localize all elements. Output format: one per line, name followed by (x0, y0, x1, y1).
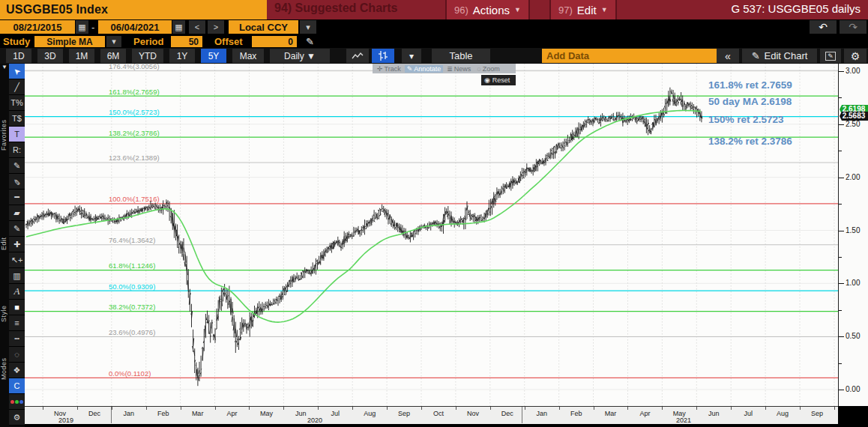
trash-icon[interactable]: ▥ (9, 268, 25, 284)
date-from-input[interactable]: 08/21/2015 (0, 20, 75, 34)
date-to-input[interactable]: 06/04/2021 (98, 20, 172, 34)
sidebar-section-edit: Edit (0, 221, 9, 266)
month-label: Mar (192, 410, 204, 417)
news-icon: ≣ (447, 65, 453, 73)
y-tick-label: 2.00 (846, 173, 860, 181)
range-tab-5y[interactable]: 5Y (201, 49, 226, 63)
news-tool[interactable]: ≣News (444, 65, 473, 73)
chart-type-dropdown-icon[interactable]: ▾ (402, 49, 421, 63)
month-tick (800, 407, 801, 410)
suggested-charts-menu[interactable]: 94) Suggested Charts (274, 1, 397, 15)
study-select[interactable]: Simple MA (34, 36, 105, 47)
range-tab-max[interactable]: Max (232, 49, 264, 63)
text-tool-icon[interactable]: T (9, 127, 25, 142)
study-dropdown-icon[interactable]: ▾ (106, 36, 121, 47)
retracement-annotation: 138.2% ret 2.3786 (708, 136, 792, 147)
draw-pencil-icon[interactable]: ✎ (9, 158, 25, 174)
text-percent-icon[interactable]: T% (9, 95, 25, 111)
month-tick (146, 407, 147, 410)
range-tab-1m[interactable]: 1M (69, 49, 94, 63)
reset-zoom-button[interactable]: ◉ Reset (481, 75, 516, 85)
month-tick (456, 407, 456, 410)
pointer-icon[interactable]: ➤ (9, 64, 25, 79)
range-tab-3d[interactable]: 3D (37, 49, 63, 63)
range-tab-6m[interactable]: 6M (100, 49, 126, 63)
range-tab-1y[interactable]: 1Y (169, 49, 195, 63)
table-button[interactable]: Table (432, 49, 490, 63)
next-period-button[interactable]: > (208, 20, 224, 34)
settings-gear-icon[interactable]: ⚙ (844, 49, 867, 63)
month-tick (387, 407, 388, 410)
note-edit-icon[interactable]: ✎ (820, 49, 841, 63)
settings-gear-icon[interactable]: ⚙ (9, 410, 25, 426)
collapse-toolbar-button[interactable]: « (717, 49, 739, 63)
date-row: 08/21/2015 ▦ - 06/04/2021 ▦ < > Local CC… (0, 19, 868, 35)
ellipse-icon[interactable]: ◌ (9, 347, 25, 363)
y-tick (839, 283, 844, 284)
sidebar-section-favorites: Favorites (0, 88, 9, 182)
fib-label: 100.0%(1.7516) (109, 195, 160, 203)
frequency-select[interactable]: Daily ▼ (270, 49, 330, 63)
currency-dropdown-icon[interactable]: ▾ (300, 20, 316, 34)
edit-menu[interactable]: 97) Edit ▼ (549, 0, 617, 19)
add-data-input[interactable]: Add Data (542, 49, 719, 63)
line-width-icon[interactable]: ≡ (9, 315, 25, 331)
annotate-tool[interactable]: ✎Annotate (405, 65, 444, 73)
ohlc-chart-icon[interactable] (372, 49, 394, 63)
zoom-tool[interactable]: ◌Zoom (474, 65, 501, 73)
edit-label: Edit (577, 4, 597, 16)
menu-bar: 94) Suggested Charts 96) Actions ▼ 97) E… (267, 0, 868, 19)
year-separator (111, 407, 112, 423)
month-tick (627, 407, 628, 410)
pencil-icon: ✎ (752, 50, 760, 61)
chart-hover-toolbar: ✛Track✎Annotate≣News◌Zoom (373, 64, 516, 73)
calendar-icon[interactable]: ▦ (76, 20, 88, 34)
month-tick (283, 407, 284, 410)
pattern-icon[interactable]: ❖ (9, 363, 25, 378)
range-tab-ytd[interactable]: YTD (132, 49, 163, 63)
regression-icon[interactable]: R: (9, 142, 25, 158)
dash-style-icon[interactable]: ┅ (9, 331, 25, 347)
edit-shortcut: 97) (558, 4, 573, 16)
draw-marker-icon[interactable]: ✎ (9, 174, 25, 190)
select-add-icon[interactable]: ↖+ (9, 252, 25, 268)
chart-plot-area[interactable]: 176.4%(3.0056)161.8%(2.7659)150.0%(2.572… (25, 64, 838, 406)
month-label: Jul (744, 410, 753, 417)
currency-select[interactable]: Local CCY (229, 20, 298, 34)
offset-input[interactable]: 0 (252, 36, 297, 47)
trendline-icon[interactable]: ╱ (9, 79, 25, 95)
y-tick (839, 390, 844, 390)
y-axis: 3.002.502.001.501.000.500.002.61982.5683 (838, 64, 868, 406)
x-axis: NovDecJanFebMarAprMayJunJulAugSepOctNovD… (25, 406, 838, 425)
track-tool[interactable]: ✛Track (375, 65, 403, 73)
fib-label: 23.6%(0.4976) (109, 328, 155, 336)
fill-square-icon[interactable]: ■ (9, 300, 25, 315)
horizontal-line-icon[interactable]: ━ (9, 190, 25, 205)
undo-icon[interactable]: ↶ (810, 20, 837, 34)
line-chart-icon[interactable] (346, 49, 369, 63)
sidebar-collapse-icon[interactable]: ▼ (1, 64, 7, 70)
actions-menu[interactable]: 96) Actions ▼ (445, 0, 530, 19)
text-style-icon[interactable]: A (9, 284, 25, 300)
prev-period-button[interactable]: < (189, 20, 205, 34)
y-tick-label: 0.50 (846, 332, 860, 340)
edit-pencil-icon[interactable]: ✎ (9, 221, 25, 237)
period-input[interactable]: 50 (171, 36, 202, 47)
move-icon[interactable]: ✚ (9, 237, 25, 252)
study-row: Study Simple MA ▾ Period 50 Offset 0 ✎ (0, 35, 868, 48)
channel-icon[interactable]: ▰ (9, 205, 25, 221)
year-label: 2020 (307, 417, 322, 424)
edit-chart-button[interactable]: ✎Edit Chart (742, 49, 817, 63)
range-tab-1d[interactable]: 1D (6, 49, 31, 63)
month-tick (215, 407, 216, 410)
text-dollar-icon[interactable]: T$ (9, 111, 25, 127)
month-label: Nov (467, 410, 479, 417)
study-edit-pencil-icon[interactable]: ✎ (306, 36, 314, 47)
candle-mode-icon[interactable]: C (9, 378, 25, 394)
redo-icon[interactable]: ↷ (840, 20, 867, 34)
color-mode-icon[interactable] (9, 394, 25, 410)
actions-shortcut: 96) (454, 4, 468, 16)
calendar-icon[interactable]: ▦ (172, 20, 185, 34)
fib-label: 38.2%(0.7372) (109, 303, 155, 311)
fib-label: 76.4%(1.3642) (109, 236, 155, 244)
